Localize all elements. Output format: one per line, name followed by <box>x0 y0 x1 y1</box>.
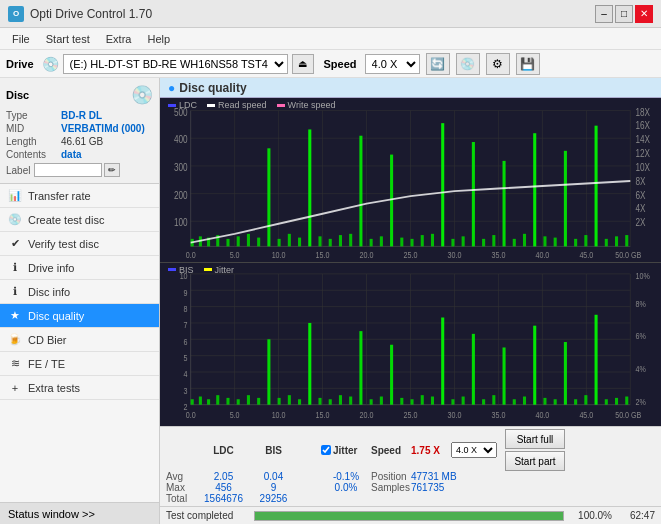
close-button[interactable]: ✕ <box>635 5 653 23</box>
svg-rect-31 <box>318 236 321 246</box>
bis-chart-legend: BIS Jitter <box>168 265 234 275</box>
svg-rect-119 <box>298 399 301 404</box>
svg-text:25.0: 25.0 <box>404 250 418 260</box>
disc-label-input[interactable] <box>34 163 102 177</box>
svg-rect-57 <box>584 235 587 246</box>
svg-rect-124 <box>349 396 352 404</box>
svg-text:100: 100 <box>174 218 188 229</box>
eject-button[interactable]: ⏏ <box>292 54 314 74</box>
settings-button[interactable]: ⚙ <box>486 53 510 75</box>
sidebar-item-disc-quality[interactable]: ★ Disc quality <box>0 304 159 328</box>
disc-type-label: Type <box>6 110 61 121</box>
svg-rect-151 <box>625 396 628 404</box>
refresh-button[interactable]: 🔄 <box>426 53 450 75</box>
total-label: Total <box>166 493 196 504</box>
sidebar-item-verify-test-disc[interactable]: ✔ Verify test disc <box>0 232 159 256</box>
svg-rect-120 <box>308 322 311 404</box>
svg-rect-48 <box>492 235 495 246</box>
menu-file[interactable]: File <box>4 31 38 47</box>
menu-extra[interactable]: Extra <box>98 31 140 47</box>
sidebar-item-drive-info[interactable]: ℹ Drive info <box>0 256 159 280</box>
minimize-button[interactable]: – <box>595 5 613 23</box>
total-ldc: 1564676 <box>196 493 251 504</box>
svg-text:20.0: 20.0 <box>360 250 374 260</box>
sidebar-item-disc-info[interactable]: ℹ Disc info <box>0 280 159 304</box>
svg-text:10X: 10X <box>635 162 650 173</box>
svg-rect-143 <box>543 397 546 404</box>
sidebar-item-extra-tests[interactable]: + Extra tests <box>0 376 159 400</box>
content-area: ● Disc quality LDC Read speed <box>160 78 661 524</box>
svg-rect-41 <box>421 235 424 246</box>
stats-speed-select[interactable]: 4.0 X <box>451 442 497 458</box>
svg-text:35.0: 35.0 <box>491 409 505 420</box>
sidebar-item-transfer-rate[interactable]: 📊 Transfer rate <box>0 184 159 208</box>
svg-text:35.0: 35.0 <box>491 250 505 260</box>
svg-rect-140 <box>513 399 516 404</box>
svg-rect-59 <box>605 239 608 247</box>
svg-text:200: 200 <box>174 190 188 201</box>
svg-rect-24 <box>247 234 250 247</box>
progress-time: 62:47 <box>620 510 655 521</box>
legend-ldc: LDC <box>168 100 197 110</box>
charts-area: LDC Read speed Write speed <box>160 98 661 426</box>
svg-text:15.0: 15.0 <box>316 409 330 420</box>
sidebar-item-extra-tests-label: Extra tests <box>28 382 80 394</box>
disc-label-edit-button[interactable]: ✏ <box>104 163 120 177</box>
disc-mid-value: VERBATIMd (000) <box>61 123 145 134</box>
maximize-button[interactable]: □ <box>615 5 633 23</box>
svg-rect-112 <box>226 397 229 404</box>
status-window-button[interactable]: Status window >> <box>0 502 159 524</box>
svg-rect-116 <box>267 339 270 404</box>
speed-label: Speed <box>324 58 357 70</box>
disc-contents-value: data <box>61 149 82 160</box>
svg-text:4%: 4% <box>635 362 646 373</box>
sidebar-item-cd-bier-label: CD Bier <box>28 334 67 346</box>
cd-bier-icon: 🍺 <box>8 333 22 347</box>
status-text: Test completed <box>166 510 246 521</box>
legend-bis-label: BIS <box>179 265 194 275</box>
svg-text:2%: 2% <box>635 395 646 406</box>
quality-header-title: Disc quality <box>179 81 246 95</box>
start-full-button[interactable]: Start full <box>505 429 565 449</box>
legend-jitter: Jitter <box>204 265 235 275</box>
stats-bar: LDC BIS Jitter Speed 1.75 X <box>160 426 661 506</box>
main-layout: Disc 💿 Type BD-R DL MID VERBATIMd (000) … <box>0 78 661 524</box>
progress-bar <box>254 511 564 521</box>
svg-rect-42 <box>431 234 434 247</box>
start-part-button[interactable]: Start part <box>505 451 565 471</box>
menu-help[interactable]: Help <box>139 31 178 47</box>
svg-text:40.0: 40.0 <box>535 409 549 420</box>
save-button[interactable]: 💾 <box>516 53 540 75</box>
disc-label-label: Label <box>6 165 30 176</box>
disc-type-value: BD-R DL <box>61 110 102 121</box>
drive-select[interactable]: (E:) HL-DT-ST BD-RE WH16NS58 TST4 <box>63 54 288 74</box>
svg-rect-141 <box>523 396 526 404</box>
sidebar-item-fe-te-label: FE / TE <box>28 358 65 370</box>
svg-rect-135 <box>462 396 465 404</box>
ldc-chart-legend: LDC Read speed Write speed <box>168 100 335 110</box>
svg-rect-121 <box>318 397 321 404</box>
speed-select[interactable]: 4.0 X 1.0 X 2.0 X 6.0 X 8.0 X <box>365 54 420 74</box>
svg-rect-139 <box>503 347 506 404</box>
progress-bar-container: Test completed 100.0% 62:47 <box>160 506 661 524</box>
legend-write-speed: Write speed <box>277 100 336 110</box>
disc-length-value: 46.61 GB <box>61 136 103 147</box>
svg-rect-132 <box>431 396 434 404</box>
sidebar-item-cd-bier[interactable]: 🍺 CD Bier <box>0 328 159 352</box>
sidebar-item-fe-te[interactable]: ≋ FE / TE <box>0 352 159 376</box>
disc-button[interactable]: 💿 <box>456 53 480 75</box>
svg-text:10.0: 10.0 <box>272 409 286 420</box>
svg-rect-26 <box>267 148 270 246</box>
sidebar-item-create-test-disc[interactable]: 💿 Create test disc <box>0 208 159 232</box>
legend-read-speed: Read speed <box>207 100 267 110</box>
disc-mid-row: MID VERBATIMd (000) <box>6 123 153 134</box>
stats-bis-header: BIS <box>251 429 296 471</box>
svg-rect-131 <box>421 395 424 405</box>
stats-speed-header: Speed <box>371 429 411 471</box>
quality-header: ● Disc quality <box>160 78 661 98</box>
svg-text:50.0 GB: 50.0 GB <box>615 250 641 260</box>
svg-text:5.0: 5.0 <box>230 409 240 420</box>
disc-panel: Disc 💿 Type BD-R DL MID VERBATIMd (000) … <box>0 78 159 184</box>
menu-start-test[interactable]: Start test <box>38 31 98 47</box>
jitter-checkbox[interactable] <box>321 445 331 455</box>
